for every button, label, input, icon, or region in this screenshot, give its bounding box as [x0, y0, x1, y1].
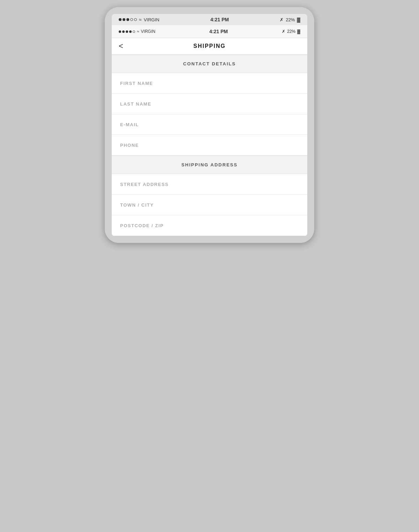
inner-wifi-icon: ≈ — [137, 29, 139, 34]
inner-dot-2 — [122, 30, 125, 33]
wifi-icon: ≈ — [139, 17, 142, 22]
phone-field[interactable]: PHONE — [112, 135, 307, 156]
shipping-address-header: SHIPPING ADDRESS — [112, 156, 307, 174]
inner-time: 4:21 PM — [210, 29, 228, 34]
nav-bar: < SHIPPING — [112, 38, 307, 55]
shipping-address-label: SHIPPING ADDRESS — [119, 162, 300, 167]
signal-dot-3 — [126, 18, 129, 21]
outer-signal — [119, 18, 137, 21]
outer-carrier: ≈ VIRGIN — [119, 17, 159, 22]
inner-dot-5 — [133, 30, 135, 33]
outer-status-bar: ≈ VIRGIN 4:21 PM ✗ 22% ▓ — [112, 14, 307, 25]
last-name-field[interactable]: LAST NAME — [112, 94, 307, 114]
back-button[interactable]: < — [119, 42, 123, 51]
street-address-field[interactable]: STREET ADDRESS — [112, 174, 307, 195]
inner-battery-pct: 22% — [287, 29, 295, 34]
inner-status-right: ✗ 22% ▓ — [282, 29, 300, 34]
inner-status-bar: ≈ VIRGIN 4:21 PM ✗ 22% ▓ — [112, 25, 307, 38]
signal-dot-4 — [130, 18, 133, 21]
street-address-label: STREET ADDRESS — [120, 182, 169, 187]
inner-dot-1 — [119, 30, 121, 33]
inner-carrier: ≈ VIRGIN — [119, 29, 155, 34]
page-title: SHIPPING — [193, 43, 226, 49]
outer-status-right: ✗ 22% ▓ — [280, 17, 300, 22]
email-field[interactable]: E-MAIL — [112, 114, 307, 135]
signal-dot-1 — [119, 18, 122, 21]
inner-carrier-name: VIRGIN — [141, 29, 155, 34]
inner-dot-4 — [129, 30, 132, 33]
first-name-field[interactable]: FIRST NAME — [112, 73, 307, 94]
outer-battery: 22% — [286, 17, 295, 22]
inner-bluetooth-icon: ✗ — [282, 29, 285, 34]
signal-dot-5 — [134, 18, 137, 21]
outer-time: 4:21 PM — [211, 17, 229, 22]
bluetooth-icon: ✗ — [280, 17, 284, 22]
postcode-zip-label: POSTCODE / ZIP — [120, 223, 164, 228]
town-city-label: TOWN / CITY — [120, 202, 154, 208]
inner-battery-icon: ▓ — [297, 29, 300, 34]
first-name-label: FIRST NAME — [120, 81, 153, 86]
contact-details-label: CONTACT DETAILS — [119, 61, 300, 66]
phone-label: PHONE — [120, 143, 139, 148]
inner-signal-dots — [119, 30, 135, 33]
battery-bar-icon: ▓ — [297, 17, 300, 22]
phone-screen: ≈ VIRGIN 4:21 PM ✗ 22% ▓ < SHIPPING CONT… — [112, 25, 307, 236]
inner-dot-3 — [126, 30, 128, 33]
outer-carrier-name: VIRGIN — [144, 17, 160, 22]
contact-details-header: CONTACT DETAILS — [112, 55, 307, 73]
email-label: E-MAIL — [120, 122, 139, 127]
town-city-field[interactable]: TOWN / CITY — [112, 195, 307, 215]
phone-outer: ≈ VIRGIN 4:21 PM ✗ 22% ▓ ≈ VIRGIN — [105, 7, 314, 243]
signal-dot-2 — [123, 18, 125, 21]
last-name-label: LAST NAME — [120, 101, 151, 107]
postcode-zip-field[interactable]: POSTCODE / ZIP — [112, 215, 307, 236]
